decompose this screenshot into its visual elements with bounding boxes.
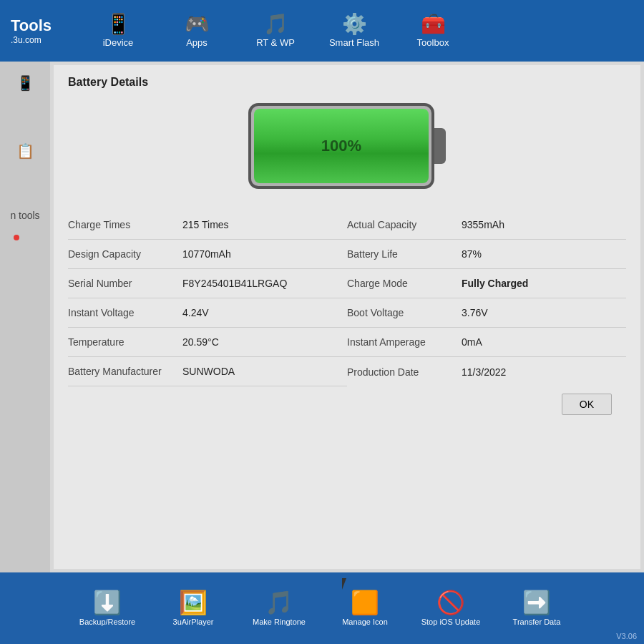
idevice-icon: 📱 (106, 14, 131, 34)
detail-row-instant-voltage: Instant Voltage 4.24V (68, 298, 347, 328)
sidebar-item-3[interactable]: n tools (4, 201, 47, 230)
ok-button[interactable]: OK (562, 394, 612, 415)
nav-item-toolbox[interactable]: 🧰 Toolbox (394, 0, 472, 62)
ok-button-area: OK (68, 386, 626, 422)
toolbar-item-transfer[interactable]: ➡️ Transfer Data (497, 576, 576, 640)
label-actual-capacity: Actual Capacity (347, 219, 462, 230)
detail-row-temperature: Temperature 20.59°C (68, 328, 347, 357)
smartflash-icon: ⚙️ (342, 14, 367, 34)
apps-icon: 🎮 (185, 14, 210, 34)
value-actual-capacity: 9355mAh (462, 219, 504, 230)
ringtone-icon: 🎵 (265, 591, 293, 614)
toolbar-label-backup: Backup/Restore (79, 618, 135, 626)
battery-tip (433, 128, 446, 164)
nav-label-apps: Apps (186, 37, 208, 48)
detail-row-manufacturer: Battery Manufacturer SUNWODA (68, 357, 347, 386)
toolbar-label-stop-ios: Stop iOS Update (421, 618, 481, 626)
nav-item-smartflash[interactable]: ⚙️ Smart Flash (315, 0, 394, 62)
stop-ios-icon: 🚫 (436, 591, 465, 614)
toolbar-item-airplayer[interactable]: 🖼️ 3uAirPlayer (154, 576, 233, 640)
detail-row-instant-amperage: Instant Amperage 0mA (347, 328, 626, 357)
toolbar-label-transfer: Transfer Data (513, 618, 561, 626)
label-manufacturer: Battery Manufacturer (68, 366, 182, 377)
detail-row-charge-times: Charge Times 215 Times (68, 210, 347, 240)
label-instant-amperage: Instant Amperage (347, 336, 462, 348)
toolbar-item-ringtone[interactable]: 🎵 Make Ringtone (240, 576, 318, 640)
sidebar-item-2[interactable]: 📋 (4, 137, 47, 165)
panel-title: Battery Details (68, 76, 626, 89)
version-text: V3.06 (616, 632, 637, 640)
value-design-capacity: 10770mAh (182, 248, 231, 260)
battery-graphic: 100% (248, 103, 446, 189)
nav-label-toolbox: Toolbox (417, 37, 449, 48)
battery-visual-container: 100% (68, 103, 626, 189)
nav-label-idevice: iDevice (103, 37, 134, 48)
value-charge-mode: Fully Charged (462, 278, 528, 289)
toolbar-item-manage-icon[interactable]: 🟧 Manage Icon (326, 576, 404, 640)
toolbar-label-ringtone: Make Ringtone (253, 618, 306, 626)
label-boot-voltage: Boot Voltage (347, 307, 462, 318)
notification-dot (14, 235, 19, 240)
nav-item-apps[interactable]: 🎮 Apps (157, 0, 236, 62)
toolbar-item-stop-ios[interactable]: 🚫 Stop iOS Update (411, 576, 490, 640)
value-temperature: 20.59°C (182, 336, 219, 348)
toolbar-label-manage-icon: Manage Icon (342, 618, 388, 626)
airplayer-icon: 🖼️ (179, 591, 208, 614)
value-instant-amperage: 0mA (462, 336, 482, 348)
main-content: Battery Details 100% Charge Times 215 Ti… (50, 62, 644, 572)
value-instant-voltage: 4.24V (182, 307, 209, 318)
detail-row-charge-mode: Charge Mode Fully Charged (347, 269, 626, 298)
bottom-toolbar: ⬇️ Backup/Restore 🖼️ 3uAirPlayer 🎵 Make … (0, 572, 644, 644)
top-nav-bar: Tools .3u.com 📱 iDevice 🎮 Apps 🎵 RT & WP… (0, 0, 644, 62)
app-logo: Tools .3u.com (7, 16, 79, 46)
label-temperature: Temperature (68, 336, 182, 348)
value-charge-times: 215 Times (182, 219, 229, 230)
detail-row-serial-number: Serial Number F8Y245401B41LRGAQ (68, 269, 347, 298)
nav-item-rtwp[interactable]: 🎵 RT & WP (236, 0, 315, 62)
label-battery-life: Battery Life (347, 248, 462, 260)
battery-panel: Battery Details 100% Charge Times 215 Ti… (54, 65, 640, 569)
toolbar-item-backup[interactable]: ⬇️ Backup/Restore (68, 576, 147, 640)
details-grid: Charge Times 215 Times Actual Capacity 9… (68, 210, 626, 386)
battery-body: 100% (248, 103, 434, 189)
nav-label-rtwp: RT & WP (256, 37, 295, 48)
sidebar-item-1[interactable]: 📱 (4, 69, 47, 97)
label-production-date: Production Date (347, 366, 462, 378)
backup-icon: ⬇️ (93, 591, 122, 614)
label-charge-times: Charge Times (68, 219, 182, 230)
nav-label-smartflash: Smart Flash (329, 37, 379, 48)
nav-items: 📱 iDevice 🎮 Apps 🎵 RT & WP ⚙️ Smart Flas… (79, 0, 637, 62)
value-serial-number: F8Y245401B41LRGAQ (182, 278, 287, 289)
left-sidebar: 📱 📋 n tools (0, 62, 50, 572)
detail-row-design-capacity: Design Capacity 10770mAh (68, 240, 347, 269)
value-battery-life: 87% (462, 248, 482, 260)
rtwp-icon: 🎵 (263, 14, 288, 34)
label-design-capacity: Design Capacity (68, 248, 182, 260)
value-boot-voltage: 3.76V (462, 307, 488, 318)
toolbox-icon: 🧰 (421, 14, 446, 34)
nav-item-idevice[interactable]: 📱 iDevice (79, 0, 157, 62)
transfer-icon: ➡️ (522, 591, 551, 614)
battery-percent-text: 100% (321, 137, 361, 155)
label-charge-mode: Charge Mode (347, 278, 462, 289)
value-manufacturer: SUNWODA (182, 366, 235, 377)
detail-row-boot-voltage: Boot Voltage 3.76V (347, 298, 626, 328)
toolbar-label-airplayer: 3uAirPlayer (173, 618, 214, 626)
manage-icon-icon: 🟧 (351, 591, 379, 614)
detail-row-actual-capacity: Actual Capacity 9355mAh (347, 210, 626, 240)
label-serial-number: Serial Number (68, 278, 182, 289)
detail-row-battery-life: Battery Life 87% (347, 240, 626, 269)
detail-row-production-date: Production Date 11/3/2022 (347, 357, 626, 386)
label-instant-voltage: Instant Voltage (68, 307, 182, 318)
value-production-date: 11/3/2022 (462, 366, 506, 378)
